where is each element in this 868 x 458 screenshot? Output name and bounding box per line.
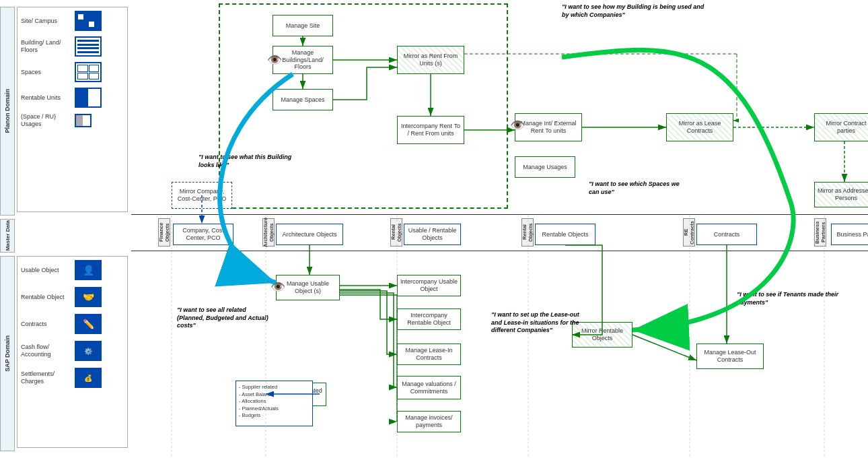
mirror-lease-text: Mirror as Lease Contracts — [669, 120, 731, 135]
mirror-addresses-box: Mirror as Addresses / Persons — [814, 182, 868, 207]
legend-spaces: Spaces — [21, 62, 124, 82]
legend-building-icon — [75, 36, 102, 57]
contracts-md-text: Contracts — [714, 231, 740, 238]
eye-icon-usable: 👁️ — [270, 280, 285, 294]
legend-spaces-label: Spaces — [21, 69, 71, 76]
sap-contracts: Contracts ✏️ — [21, 314, 124, 334]
eye-icon-buildings: 👁️ — [267, 53, 282, 67]
sap-usable-icon: 👤 — [75, 260, 102, 280]
architecture-objects-box: Architecture Objects — [276, 224, 343, 245]
legend-site-label: Site/ Campus — [21, 18, 71, 25]
sap-domain-label: SAP Domain — [0, 256, 15, 451]
cost-list-text: - Supplier related - Asset Balance - All… — [239, 384, 310, 420]
manage-site-box: Manage Site — [273, 15, 333, 36]
manage-invoices-box: Manage invoices/ payments — [397, 411, 461, 432]
planon-domain-label: Planon Domain — [0, 7, 15, 216]
quote-2-text: "I want to see what this Building looks … — [198, 154, 291, 168]
company-cost-box: Company, Cost Center, PCO — [173, 224, 233, 245]
sap-legend: Usable Object 👤 Rentable Object 🤝 Contra… — [17, 256, 128, 448]
col-finance-label: Finance Objects — [158, 218, 170, 247]
sap-contracts-icon: ✏️ — [75, 314, 102, 334]
sap-cashflow-icon: ⚙️ — [75, 341, 102, 361]
legend-rentable-label: Rentable Units — [21, 94, 71, 102]
rentable-objects-md-text: Rentable Objects — [542, 231, 588, 238]
col-re-contracts-label: RE Contracts — [683, 218, 695, 247]
mirror-rent-from-box: Mirror as Rent From Units (s) — [397, 46, 464, 74]
manage-valuations-text: Manage valuations / Commitments — [400, 381, 458, 395]
intercompany-usable-box: Intercompany Usable Object — [397, 275, 461, 296]
legend-building-label: Building/ Land/ Floors — [21, 39, 71, 54]
legend-rentable: Rentable Units — [21, 88, 124, 108]
diagram-container: Planon Domain Master Data SAP Domain Sit… — [0, 0, 868, 458]
quote-5-text: "I want to set up the Lease-out and Leas… — [491, 311, 579, 333]
planon-legend: Site/ Campus Building/ Land/ Floors Spac… — [17, 7, 128, 212]
business-partners-box: Business Partners — [831, 224, 868, 245]
sap-rentable-label: Rentable Object — [21, 294, 71, 301]
col-business-partners-label: Business Partners — [814, 218, 826, 247]
manage-usable-text: Manage Usable Object (s) — [279, 280, 337, 295]
quote-6-text: "I want to see if Tenants made their pay… — [737, 291, 838, 306]
manage-int-ext-box: Manage Int/ External Rent To units — [515, 113, 582, 141]
legend-usages-label: (Space / RU) Usages — [21, 113, 71, 128]
legend-usages: (Space / RU) Usages — [21, 113, 124, 128]
separator-2 — [131, 251, 868, 251]
company-cost-text: Company, Cost Center, PCO — [176, 227, 231, 242]
manage-usable-box: Manage Usable Object (s) — [276, 275, 340, 300]
legend-site: Site/ Campus — [21, 11, 124, 31]
mirror-addresses-text: Mirror as Addresses / Persons — [817, 187, 868, 202]
quote-4: "I want to see all related (Planned, Bud… — [177, 306, 275, 330]
intercompany-usable-text: Intercompany Usable Object — [400, 278, 458, 293]
intercompany-rent-box: Intercompany Rent To / Rent From units — [397, 116, 464, 144]
legend-usages-icon — [75, 114, 92, 127]
quote-5: "I want to set up the Lease-out and Leas… — [491, 311, 585, 335]
sap-cashflow: Cash flow/ Accounting ⚙️ — [21, 341, 124, 361]
quote-1-text: "I want to see how my Building is being … — [562, 3, 704, 18]
main-diagram: Finance Objects Architecture Objects Ren… — [131, 0, 868, 458]
col-rental-objects-label: Rental Objects — [390, 218, 402, 247]
manage-spaces-box: Manage Spaces — [273, 89, 333, 110]
mirror-contract-parties-text: Mirror Contract parties — [817, 120, 868, 135]
legend-building: Building/ Land/ Floors — [21, 36, 124, 57]
sap-rentable-object: Rentable Object 🤝 — [21, 287, 124, 307]
sap-usable-label: Usable Object — [21, 267, 71, 274]
svg-line-21 — [632, 335, 696, 360]
separator-1 — [131, 214, 868, 215]
mirror-company-text: Mirror Company, Cost-Center, PCO — [174, 188, 229, 203]
manage-leasein-text: Manage Lease-In Contracts — [400, 347, 458, 362]
quote-4-text: "I want to see all related (Planned, Bud… — [177, 306, 268, 329]
legend-site-icon — [75, 11, 102, 31]
quote-2: "I want to see what this Building looks … — [198, 154, 299, 169]
master-domain-label: Master Data — [0, 219, 15, 253]
quote-1: "I want to see how my Building is being … — [562, 3, 710, 19]
manage-site-text: Manage Site — [286, 22, 320, 30]
manage-leaseout-box: Manage Lease-Out Contracts — [696, 344, 764, 369]
quote-3-text: "I want to see which Spaces we can use" — [589, 181, 680, 195]
rentable-objects-md-box: Rentable Objects — [535, 224, 595, 245]
sap-cashflow-label: Cash flow/ Accounting — [21, 344, 71, 358]
contracts-md-box: Contracts — [696, 224, 757, 245]
intercompany-rent-text: Intercompany Rent To / Rent From units — [400, 123, 462, 137]
sap-usable-object: Usable Object 👤 — [21, 260, 124, 280]
manage-usages-text: Manage Usages — [523, 164, 567, 171]
sap-contracts-label: Contracts — [21, 321, 71, 328]
mirror-lease-box: Mirror as Lease Contracts — [666, 113, 733, 141]
manage-invoices-text: Manage invoices/ payments — [400, 414, 458, 429]
usable-rentable-box: Usable / Rentable Objects — [404, 224, 461, 245]
sap-settlements-icon: 💰 — [75, 368, 102, 388]
manage-int-ext-text: Manage Int/ External Rent To units — [517, 120, 579, 135]
manage-leasein-box: Manage Lease-In Contracts — [397, 344, 461, 365]
mirror-contract-parties-box: Mirror Contract parties — [814, 113, 868, 141]
sap-rentable-icon: 🤝 — [75, 287, 102, 307]
legend-rentable-icon — [75, 88, 102, 108]
legend-spaces-icon — [75, 62, 102, 82]
business-partners-text: Business Partners — [836, 231, 868, 238]
eye-icon-int-ext: 👁️ — [510, 118, 525, 133]
usable-rentable-text: Usable / Rentable Objects — [406, 227, 458, 242]
intercompany-rentable-text: Intercompany Rentable Object — [400, 312, 458, 327]
intercompany-rentable-box: Intercompany Rentable Object — [397, 308, 461, 330]
manage-leaseout-text: Manage Lease-Out Contracts — [699, 349, 761, 364]
col-architecture-label: Architecture Objects — [262, 218, 275, 247]
architecture-objects-text: Architecture Objects — [282, 231, 336, 238]
manage-valuations-box: Manage valuations / Commitments — [397, 376, 461, 399]
manage-usages-box: Manage Usages — [515, 156, 575, 178]
